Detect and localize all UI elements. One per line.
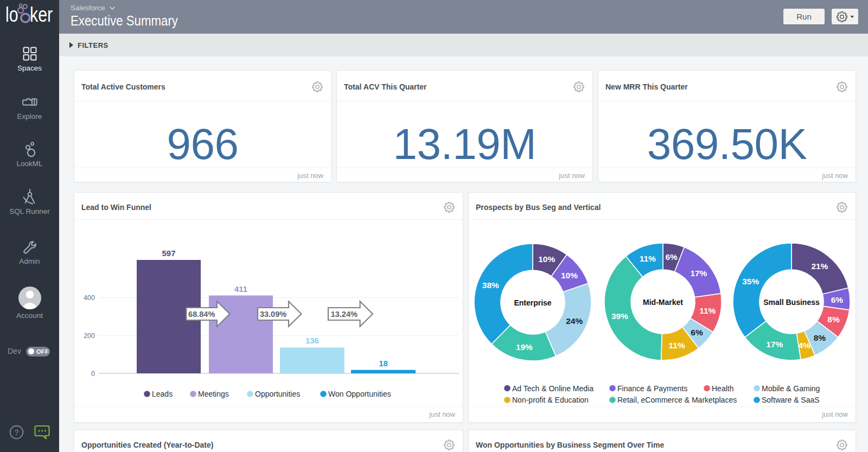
svg-text:68.84%: 68.84% <box>188 310 215 319</box>
svg-text:400: 400 <box>84 294 95 302</box>
svg-text:Mobile & Gaming: Mobile & Gaming <box>762 384 820 393</box>
svg-text:Non-profit & Education: Non-profit & Education <box>512 396 589 404</box>
svg-text:136: 136 <box>305 336 319 345</box>
svg-text:?: ? <box>14 428 18 437</box>
svg-text:Retail, eCommerce & Marketplac: Retail, eCommerce & Marketplaces <box>617 396 737 404</box>
svg-text:Health: Health <box>712 384 733 393</box>
svg-text:Won Opportunities: Won Opportunities <box>328 390 391 398</box>
svg-text:Opportunities: Opportunities <box>255 390 300 398</box>
svg-text:0: 0 <box>91 370 95 378</box>
svg-text:200: 200 <box>84 332 95 340</box>
svg-text:33.09%: 33.09% <box>260 310 286 319</box>
svg-text:597: 597 <box>162 249 175 258</box>
svg-text:Finance & Payments: Finance & Payments <box>617 384 687 393</box>
svg-text:Leads: Leads <box>152 390 173 398</box>
svg-text:13.24%: 13.24% <box>331 310 358 319</box>
svg-text:411: 411 <box>234 284 247 294</box>
svg-text:Ad Tech & Online Media: Ad Tech & Online Media <box>512 384 593 393</box>
svg-text:Software & SaaS: Software & SaaS <box>762 396 820 404</box>
svg-text:18: 18 <box>379 359 388 368</box>
svg-text:Meetings: Meetings <box>198 390 229 398</box>
